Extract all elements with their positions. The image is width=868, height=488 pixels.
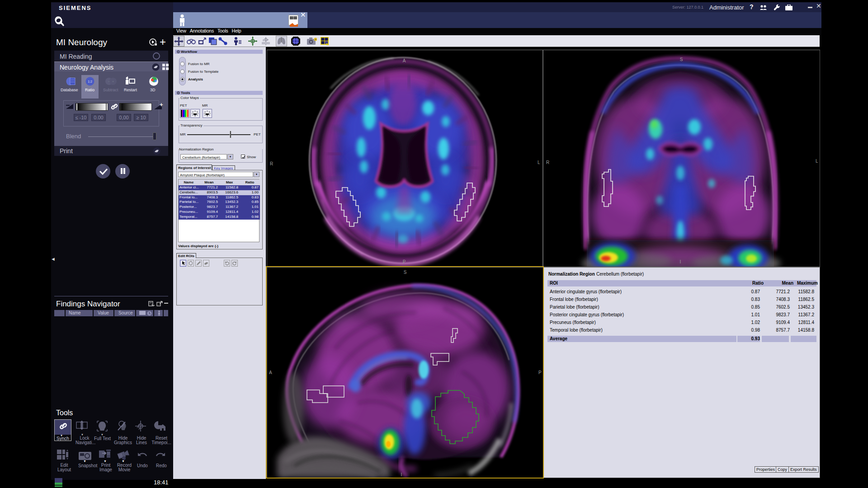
svg-text:1:2: 1:2 (88, 80, 92, 83)
svg-text:+: + (315, 38, 316, 41)
svg-text:A: A (403, 58, 406, 63)
svg-text:R: R (270, 161, 273, 166)
svg-text:I: I (680, 259, 681, 264)
svg-text:S: S (680, 57, 683, 62)
svg-text:P: P (403, 259, 406, 264)
svg-text:L: L (538, 160, 540, 165)
svg-text:L: L (816, 159, 818, 164)
svg-text:R: R (546, 160, 549, 165)
svg-text:+: + (112, 80, 114, 84)
svg-text:+: + (160, 102, 163, 108)
svg-text:−: − (108, 80, 110, 84)
